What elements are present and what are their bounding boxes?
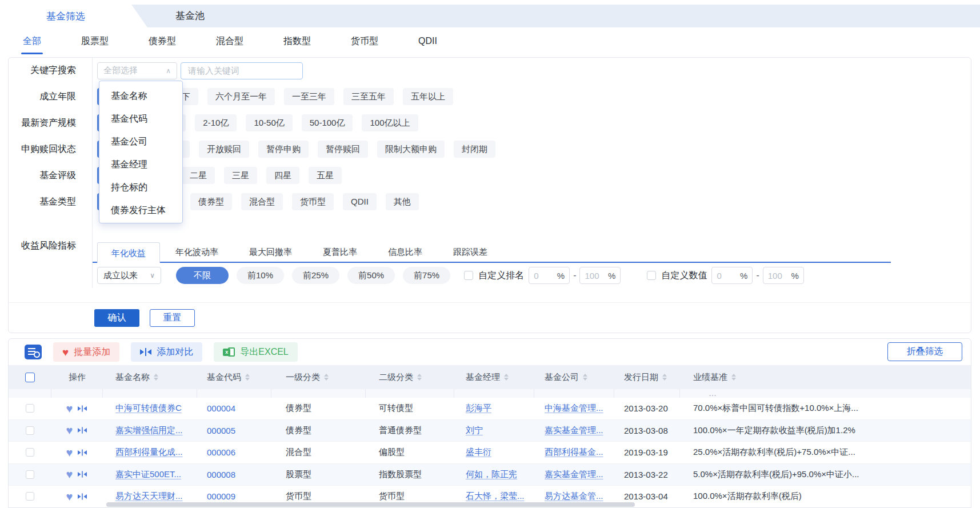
fund-company-link[interactable]: 嘉实基金管理...: [534, 464, 614, 486]
list-search-icon[interactable]: [25, 345, 42, 359]
risk-metric-tab[interactable]: 信息比率: [373, 242, 438, 262]
sort-icon[interactable]: [324, 374, 329, 381]
custom-rank-checkbox[interactable]: [464, 271, 473, 280]
fund-code-link[interactable]: 000005: [197, 420, 271, 442]
category-tab[interactable]: 指数型: [283, 35, 311, 47]
fund-code-link[interactable]: 000004: [197, 398, 271, 419]
fund-name-link[interactable]: 嘉实增强信用定...: [103, 420, 197, 442]
risk-metric-tab[interactable]: 年化收益: [97, 242, 160, 263]
filter-chip[interactable]: 三至五年: [343, 88, 394, 105]
sort-icon[interactable]: [245, 374, 250, 381]
filter-chip[interactable]: 限制大额申购: [377, 141, 445, 158]
filter-chip[interactable]: 二星: [182, 167, 215, 184]
sort-icon[interactable]: [662, 374, 667, 381]
risk-metric-tab[interactable]: 年化波动率: [160, 242, 234, 262]
category-tab[interactable]: 全部: [23, 35, 41, 47]
filter-chip[interactable]: 100亿以上: [362, 114, 418, 131]
custom-rank-min-input[interactable]: [534, 271, 557, 281]
filter-chip[interactable]: 五年以上: [403, 88, 453, 105]
filter-chip[interactable]: 封闭期: [454, 141, 495, 158]
add-compare-button[interactable]: 添加对比: [131, 342, 202, 362]
filter-chip[interactable]: 货币型: [292, 193, 334, 210]
risk-metric-tab[interactable]: 夏普比率: [307, 242, 373, 262]
keyword-input[interactable]: [181, 62, 303, 79]
compare-icon[interactable]: [78, 471, 87, 478]
favorite-icon[interactable]: ♥: [66, 403, 73, 414]
fund-manager-link[interactable]: 刘宁: [454, 420, 534, 442]
row-checkbox[interactable]: [26, 426, 34, 435]
range-pill[interactable]: 前50%: [347, 267, 395, 284]
row-checkbox[interactable]: [26, 492, 34, 501]
period-select[interactable]: 成立以来 ∨: [97, 267, 161, 284]
tab-fund-pool[interactable]: 基金池: [163, 5, 217, 27]
custom-rank-max-input[interactable]: [585, 271, 608, 281]
fund-code-link[interactable]: 000006: [197, 442, 271, 463]
custom-value-min-input[interactable]: [717, 271, 740, 281]
filter-chip[interactable]: 五星: [309, 167, 342, 184]
custom-value-checkbox[interactable]: [647, 271, 656, 280]
category-tab[interactable]: 债券型: [149, 35, 176, 47]
filter-chip[interactable]: 六个月至一年: [207, 88, 275, 105]
fund-company-link[interactable]: 嘉实基金管理...: [534, 420, 614, 442]
filter-chip[interactable]: 2-10亿: [195, 114, 237, 131]
dropdown-option[interactable]: 持仓标的: [99, 176, 182, 199]
favorite-icon[interactable]: ♥: [66, 447, 73, 458]
risk-metric-tab[interactable]: 跟踪误差: [438, 242, 503, 262]
fund-code-link[interactable]: 000008: [197, 464, 271, 486]
range-pill[interactable]: 不限: [176, 267, 229, 284]
category-tab[interactable]: QDII: [418, 36, 437, 46]
export-excel-button[interactable]: x 导出EXCEL: [214, 342, 297, 362]
filter-chip[interactable]: 债券型: [190, 193, 232, 210]
filter-chip[interactable]: 一至三年: [284, 88, 334, 105]
filter-chip[interactable]: 暂停申购: [258, 141, 309, 158]
fund-company-link[interactable]: 中海基金管理...: [534, 398, 614, 419]
fund-manager-link[interactable]: 彭海平: [454, 398, 534, 419]
filter-chip[interactable]: 10-50亿: [246, 114, 292, 131]
row-checkbox[interactable]: [26, 470, 34, 479]
favorite-icon[interactable]: ♥: [66, 469, 73, 480]
favorite-icon[interactable]: ♥: [66, 491, 73, 502]
row-checkbox[interactable]: [26, 448, 34, 457]
sort-icon[interactable]: [417, 374, 422, 381]
sort-icon[interactable]: [154, 374, 158, 381]
filter-chip[interactable]: 其他: [386, 193, 419, 210]
tab-fund-screening[interactable]: 基金筛选: [0, 5, 147, 27]
fund-manager-link[interactable]: 何如，陈正宪: [454, 464, 534, 486]
dropdown-option[interactable]: 债券发行主体: [99, 199, 182, 222]
filter-chip[interactable]: 四星: [266, 167, 299, 184]
filter-chip[interactable]: 开放赎回: [199, 141, 249, 158]
keyword-field-select[interactable]: 全部选择 ∧: [97, 62, 177, 79]
category-tab[interactable]: 货币型: [351, 35, 378, 47]
batch-add-button[interactable]: ♥ 批量添加: [53, 342, 119, 362]
filter-chip[interactable]: 50-100亿: [302, 114, 353, 131]
fund-name-link[interactable]: 中海可转债债券C: [103, 398, 197, 419]
fund-company-link[interactable]: 西部利得基金...: [534, 442, 614, 463]
range-pill[interactable]: 前75%: [403, 267, 450, 284]
compare-icon[interactable]: [78, 427, 87, 434]
dropdown-option[interactable]: 基金公司: [99, 130, 182, 153]
compare-icon[interactable]: [78, 405, 87, 411]
select-all-checkbox[interactable]: [25, 373, 35, 382]
confirm-button[interactable]: 确认: [94, 309, 139, 327]
reset-button[interactable]: 重置: [150, 309, 195, 327]
compare-icon[interactable]: [78, 449, 87, 455]
collapse-filter-button[interactable]: 折叠筛选: [887, 342, 962, 361]
category-tab[interactable]: 股票型: [81, 35, 109, 47]
risk-metric-tab[interactable]: 最大回撤率: [234, 242, 307, 262]
filter-chip[interactable]: QDII: [343, 193, 377, 210]
filter-chip[interactable]: 三星: [224, 167, 257, 184]
custom-value-max-input[interactable]: [768, 271, 791, 281]
filter-chip[interactable]: 暂停赎回: [318, 141, 368, 158]
fund-name-link[interactable]: 西部利得量化成...: [103, 442, 197, 463]
dropdown-option[interactable]: 基金经理: [99, 153, 182, 176]
fund-manager-link[interactable]: 盛丰衍: [454, 442, 534, 463]
fund-name-link[interactable]: 嘉实中证500ET...: [103, 464, 197, 486]
dropdown-option[interactable]: 基金名称: [99, 85, 182, 107]
dropdown-option[interactable]: 基金代码: [99, 107, 182, 130]
horizontal-scrollbar[interactable]: [106, 502, 635, 507]
sort-icon[interactable]: [731, 374, 736, 381]
row-checkbox[interactable]: [26, 404, 34, 413]
compare-icon[interactable]: [78, 493, 87, 499]
range-pill[interactable]: 前10%: [237, 267, 284, 284]
range-pill[interactable]: 前25%: [292, 267, 339, 284]
